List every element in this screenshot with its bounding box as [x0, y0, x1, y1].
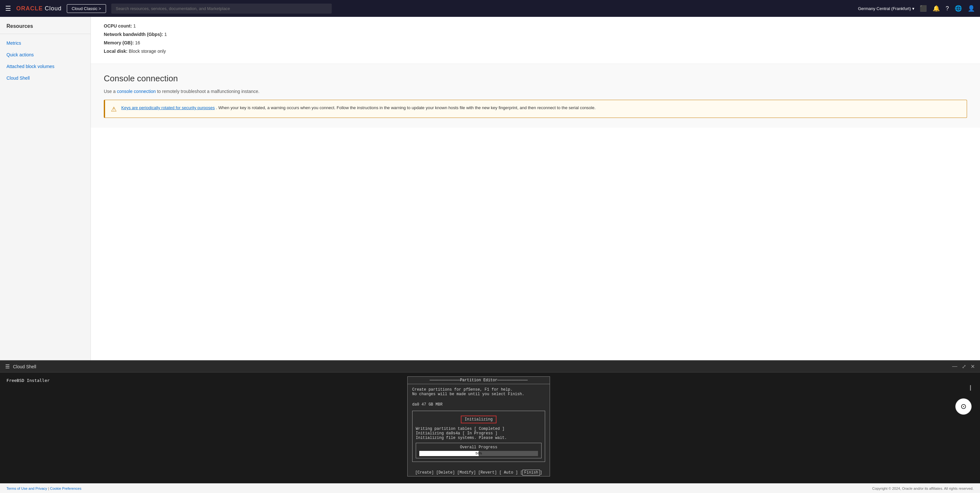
shell-menu-icon[interactable]: ☰ — [5, 363, 10, 369]
warning-continuation: . When your key is rotated, a warning oc… — [216, 105, 596, 110]
initializing-da0s4a-status: Initializing da0s4a [ In Progress ] — [416, 431, 542, 436]
chevron-down-icon: ▾ — [912, 6, 915, 11]
minimize-button[interactable]: — — [952, 363, 957, 369]
region-label: Germany Central (Frankfurt) — [858, 6, 911, 11]
nav-icons-group: ⬛ 🔔 ? 🌐 👤 — [920, 5, 975, 12]
progress-label: 50% — [419, 451, 538, 456]
footer-left: Terms of Use and Privacy | Cookie Prefer… — [6, 487, 81, 490]
initializing-container: Initializing — [416, 414, 542, 425]
memory-value-text: 16 — [135, 40, 140, 45]
hamburger-menu-icon[interactable]: ☰ — [5, 5, 11, 12]
disk-row-info: da0 47 GB MBR — [412, 401, 545, 408]
progress-box: Overall Progress 50% — [416, 443, 542, 458]
initializing-label: Initializing — [461, 415, 496, 423]
region-selector[interactable]: Germany Central (Frankfurt) ▾ — [858, 6, 915, 11]
partition-editor-content: Create partitions for pfSense, F1 for he… — [407, 384, 550, 468]
finish-action[interactable]: Finish — [522, 470, 539, 476]
footer-copyright: Copyright © 2024, Oracle and/or its affi… — [872, 487, 974, 490]
cloud-text: Cloud — [45, 5, 62, 12]
initializing-fs-status: Initializing file systems. Please wait. — [416, 436, 542, 440]
pe-line1: Create partitions for pfSense, F1 for he… — [412, 387, 545, 392]
terminal-content-area[interactable]: ─────────────Partition Editor───────────… — [5, 378, 952, 475]
progress-bar: 50% — [419, 451, 538, 456]
close-button[interactable]: ✕ — [970, 363, 975, 369]
cloud-shell-title: ☰ Cloud Shell — [5, 363, 36, 369]
terms-link[interactable]: Terms of Use and Privacy — [6, 487, 47, 490]
console-desc-start: Use a — [104, 89, 117, 94]
warning-box: ⚠ Keys are periodically rotated for secu… — [104, 100, 967, 118]
oracle-logo: ORACLE Cloud — [16, 5, 62, 12]
code-editor-icon[interactable]: ⬛ — [920, 5, 927, 12]
warning-text: Keys are periodically rotated for securi… — [121, 105, 596, 111]
globe-icon[interactable]: 🌐 — [955, 5, 962, 12]
writing-partitions-status: Writing partition tables [ Completed ] — [416, 426, 542, 431]
footer: Terms of Use and Privacy | Cookie Prefer… — [0, 483, 980, 493]
cloud-classic-button[interactable]: Cloud Classic > — [67, 4, 106, 13]
sidebar-item-metrics[interactable]: Metrics — [0, 37, 91, 49]
instance-info-panel: OCPU count: 1 Network bandwidth (Gbps): … — [91, 17, 980, 64]
oracle-text: ORACLE — [16, 5, 43, 12]
partition-inner-box: Initializing Writing partition tables [ … — [412, 411, 545, 462]
maximize-button[interactable]: ⤢ — [962, 363, 966, 369]
console-description: Use a console connection to remotely tro… — [104, 89, 967, 94]
sidebar-item-quick-actions[interactable]: Quick actions — [0, 49, 91, 60]
terminal-body: FreeBSD Installer ─────────────Partition… — [0, 373, 980, 480]
cloud-shell-label: Cloud Shell — [13, 364, 36, 369]
search-input[interactable] — [111, 3, 332, 14]
ocpu-row: OCPU count: 1 — [104, 23, 967, 29]
user-avatar-icon[interactable]: 👤 — [968, 5, 975, 12]
console-connection-link[interactable]: console connection — [117, 89, 156, 94]
help-button[interactable]: ⊙ — [955, 398, 972, 415]
progress-title: Overall Progress — [419, 445, 538, 450]
warning-icon: ⚠ — [111, 105, 117, 113]
freebsd-installer-label: FreeBSD Installer — [6, 378, 49, 383]
console-desc-end: to remotely troubleshoot a malfunctionin… — [157, 89, 259, 94]
text-cursor-icon: I — [969, 384, 972, 392]
network-row: Network bandwidth (Gbps): 1 — [104, 32, 967, 37]
terminal-right-panel: I ⊙ — [952, 378, 975, 475]
disk-row: Local disk: Block storage only — [104, 49, 967, 54]
top-navigation: ☰ ORACLE Cloud Cloud Classic > Germany C… — [0, 0, 980, 17]
cookie-preferences-link[interactable]: Cookie Preferences — [50, 487, 81, 490]
partition-editor-title: ─────────────Partition Editor───────────… — [407, 377, 550, 384]
sidebar-item-cloud-shell[interactable]: Cloud Shell — [0, 72, 91, 84]
cloud-shell-header: ☰ Cloud Shell — ⤢ ✕ — [0, 361, 980, 373]
console-title: Console connection — [104, 73, 967, 84]
bell-icon[interactable]: 🔔 — [933, 5, 940, 12]
sidebar-item-attached-block-volumes[interactable]: Attached block volumes — [0, 60, 91, 72]
cloud-shell-panel: ☰ Cloud Shell — ⤢ ✕ FreeBSD Installer ──… — [0, 360, 980, 483]
disk-value-text: Block storage only — [129, 49, 166, 54]
console-section: Console connection Use a console connect… — [91, 64, 980, 128]
help-button-icon: ⊙ — [961, 402, 966, 411]
disk-label: Local disk: — [104, 49, 127, 54]
cloud-shell-controls: — ⤢ ✕ — [952, 363, 975, 369]
ocpu-label: OCPU count: — [104, 23, 132, 29]
memory-row: Memory (GB): 16 — [104, 40, 967, 45]
keys-rotation-link[interactable]: Keys are periodically rotated for securi… — [121, 105, 215, 110]
network-value-text: 1 — [164, 32, 167, 37]
ocpu-value-text: 1 — [133, 23, 136, 29]
partition-editor: ─────────────Partition Editor───────────… — [407, 376, 550, 477]
pe-line2: No changes will be made until you select… — [412, 392, 545, 396]
partition-editor-actions: [Create] [Delete] [Modify] [Revert] [ Au… — [407, 468, 550, 476]
help-icon[interactable]: ? — [946, 5, 949, 12]
network-label: Network bandwidth (Gbps): — [104, 32, 163, 37]
sidebar-heading: Resources — [0, 23, 91, 34]
memory-label: Memory (GB): — [104, 40, 134, 45]
